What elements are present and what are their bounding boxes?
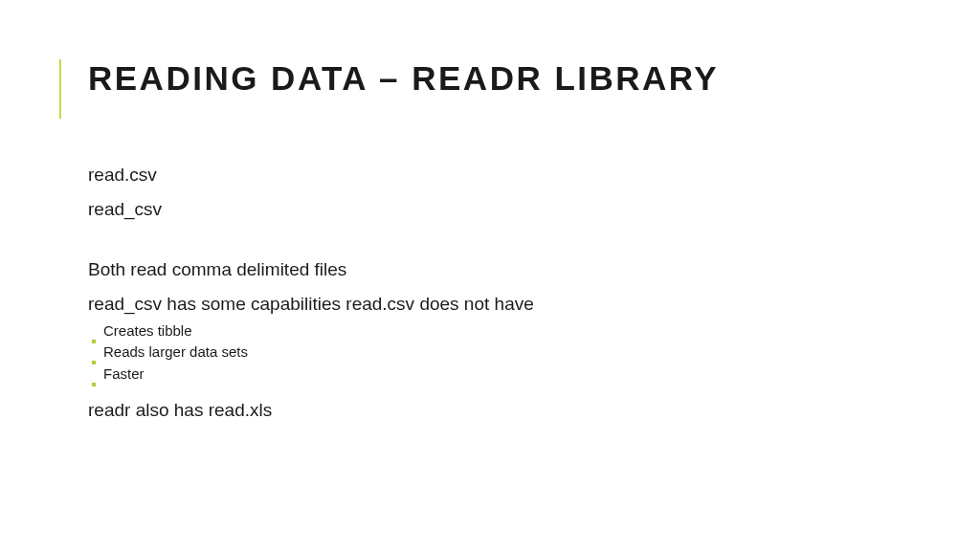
spacer <box>88 231 892 257</box>
sub-list: Creates tibble Reads larger data sets Fa… <box>88 320 892 386</box>
body-line: Both read comma delimited files <box>88 257 892 282</box>
bullet-icon <box>92 361 96 364</box>
body-line: read.csv <box>88 163 892 187</box>
list-item-label: Faster <box>103 364 145 386</box>
title-block: READING DATA – READR LIBRARY <box>59 61 719 95</box>
body-line: read_csv has some capabilities read.csv … <box>88 292 892 317</box>
list-item-label: Creates tibble <box>103 320 192 342</box>
slide-body: read.csv read_csv Both read comma delimi… <box>88 163 892 432</box>
body-line: readr also has read.xls <box>88 398 892 423</box>
bullet-icon <box>92 383 96 386</box>
body-line: read_csv <box>88 197 892 222</box>
list-item-label: Reads larger data sets <box>103 342 248 364</box>
list-item: Creates tibble <box>92 320 892 342</box>
list-item: Reads larger data sets <box>92 342 892 364</box>
slide-title: READING DATA – READR LIBRARY <box>59 61 719 95</box>
list-item: Faster <box>92 364 892 386</box>
bullet-icon <box>92 340 96 343</box>
accent-bar <box>59 59 61 119</box>
slide: READING DATA – READR LIBRARY read.csv re… <box>0 0 980 551</box>
